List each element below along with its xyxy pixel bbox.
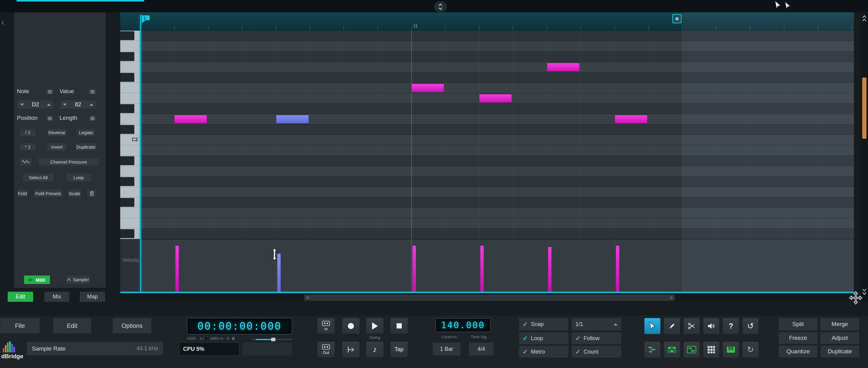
- midi-note[interactable]: [276, 115, 309, 124]
- menu-edit[interactable]: Edit: [53, 318, 91, 334]
- piano-key[interactable]: [120, 208, 141, 218]
- tap-tempo-button[interactable]: Tap: [390, 341, 408, 358]
- help-button[interactable]: ?: [723, 318, 739, 334]
- select-all-button[interactable]: Select All: [22, 173, 54, 182]
- snap-toggle[interactable]: ✓ Snap: [519, 318, 569, 331]
- quantize-button[interactable]: Quantize: [778, 345, 818, 358]
- piano-key[interactable]: [120, 83, 141, 93]
- midi-note[interactable]: [547, 63, 580, 71]
- piano-key[interactable]: [120, 104, 141, 114]
- collapse-panel-icon[interactable]: ‹: [0, 18, 5, 28]
- chevron-up-icon[interactable]: [47, 104, 51, 106]
- piano-roll-view-button[interactable]: [683, 341, 700, 358]
- velocity-bar[interactable]: [548, 247, 552, 292]
- chevron-up-icon[interactable]: [90, 104, 93, 106]
- playhead[interactable]: [140, 15, 141, 292]
- piano-key[interactable]: [120, 218, 141, 229]
- loop-toggle[interactable]: ✓ Loop: [519, 332, 569, 344]
- chevron-up-icon[interactable]: [614, 323, 617, 325]
- piano-key[interactable]: [120, 229, 141, 239]
- scale-button[interactable]: Scale: [68, 189, 81, 198]
- double-length-button[interactable]: * 2: [20, 143, 36, 151]
- piano-key[interactable]: [120, 156, 141, 166]
- undo-button[interactable]: ↺: [742, 318, 759, 334]
- half-length-button[interactable]: / 2: [20, 128, 36, 137]
- piano-key[interactable]: [120, 72, 141, 83]
- fold-button[interactable]: Fold: [17, 189, 28, 198]
- count-in-value-button[interactable]: 1 Bar: [432, 342, 461, 356]
- auto-punch-button[interactable]: [342, 341, 360, 358]
- punch-out-button[interactable]: Out: [317, 341, 335, 358]
- sampler-mode-button[interactable]: Sampler: [66, 275, 90, 285]
- piano-key[interactable]: [120, 52, 141, 62]
- scroll-left-icon[interactable]: <: [306, 295, 309, 301]
- duplicate-action-button[interactable]: Duplicate: [820, 345, 860, 358]
- record-button[interactable]: [342, 318, 360, 334]
- loop-button[interactable]: Loop: [66, 173, 92, 182]
- value-menu-button[interactable]: [88, 88, 97, 95]
- count-toggle[interactable]: ✓ Count: [571, 346, 621, 358]
- scroll-up-icon[interactable]: [862, 15, 867, 23]
- step-sequencer-button[interactable]: [664, 341, 680, 358]
- chevron-down-icon[interactable]: [20, 104, 24, 106]
- piano-keys[interactable]: C2: [120, 31, 141, 239]
- metronome-button[interactable]: ♪: [366, 341, 384, 358]
- piano-key[interactable]: [120, 187, 141, 197]
- piano-key[interactable]: [120, 197, 141, 208]
- midi-note[interactable]: [479, 94, 512, 103]
- follow-toggle[interactable]: ✓ Follow: [571, 332, 621, 344]
- velocity-bar[interactable]: [176, 246, 179, 292]
- ruler-zoom-control[interactable]: [434, 2, 446, 12]
- menu-file[interactable]: File: [0, 318, 40, 334]
- horizontal-scrollbar-thumb[interactable]: < >: [304, 295, 675, 301]
- keys-view-button[interactable]: [723, 341, 739, 358]
- tab-map[interactable]: Map: [80, 292, 105, 302]
- draw-tool-button[interactable]: [664, 318, 680, 334]
- time-sig-value-button[interactable]: 4/4: [469, 342, 494, 356]
- mute-tool-button[interactable]: [703, 318, 719, 334]
- piano-key[interactable]: [120, 41, 141, 52]
- midi-mode-button[interactable]: MIDI: [24, 275, 50, 285]
- automation-curve-button[interactable]: [20, 158, 32, 166]
- sample-rate-bar[interactable]: Sample Rate 44.1 kHz: [27, 342, 163, 356]
- play-button[interactable]: [366, 318, 384, 334]
- loop-end-marker[interactable]: R: [672, 14, 682, 23]
- vertical-scrollbar[interactable]: [861, 12, 868, 302]
- redo-button[interactable]: ↻: [742, 341, 759, 358]
- velocity-bar[interactable]: [616, 246, 619, 292]
- select-tool-button[interactable]: [644, 318, 661, 334]
- pattern-view-button[interactable]: [644, 341, 661, 358]
- drum-pads-button[interactable]: [703, 341, 719, 358]
- velocity-bar[interactable]: [480, 246, 484, 292]
- adjust-button[interactable]: Adjust: [820, 332, 860, 344]
- merge-button[interactable]: Merge: [820, 318, 860, 331]
- piano-roll[interactable]: C2 Velocity 11 R 1 < >: [120, 12, 854, 302]
- midi-note[interactable]: [174, 115, 207, 124]
- tab-edit[interactable]: Edit: [8, 292, 33, 302]
- scroll-right-icon[interactable]: >: [670, 295, 673, 301]
- midi-monitor-slider[interactable]: [252, 338, 292, 341]
- piano-key[interactable]: [120, 93, 141, 104]
- piano-key[interactable]: [120, 62, 141, 72]
- horizontal-scrollbar[interactable]: < >: [120, 294, 854, 302]
- reverse-button[interactable]: Reverse: [47, 128, 67, 137]
- split-button[interactable]: Split: [778, 318, 818, 331]
- position-menu-button[interactable]: [46, 115, 54, 122]
- note-select[interactable]: D2: [17, 100, 54, 109]
- piano-key[interactable]: [120, 114, 141, 124]
- velocity-bar[interactable]: [412, 246, 416, 292]
- piano-key[interactable]: [120, 31, 141, 41]
- midi-note[interactable]: [615, 115, 648, 124]
- length-menu-button[interactable]: [88, 115, 97, 122]
- punch-in-button[interactable]: In: [317, 318, 335, 334]
- delete-button[interactable]: [87, 189, 97, 198]
- piano-key[interactable]: [120, 145, 141, 156]
- invert-button[interactable]: Invert: [47, 143, 67, 151]
- channel-pressure-button[interactable]: Channel Pressure: [38, 158, 99, 166]
- piano-key[interactable]: [120, 166, 141, 176]
- piano-key[interactable]: [120, 124, 141, 135]
- fold-presets-button[interactable]: Fold Presets: [33, 189, 63, 198]
- stop-button[interactable]: [390, 318, 408, 334]
- menu-options[interactable]: Options: [113, 318, 152, 334]
- midi-note[interactable]: [411, 83, 444, 92]
